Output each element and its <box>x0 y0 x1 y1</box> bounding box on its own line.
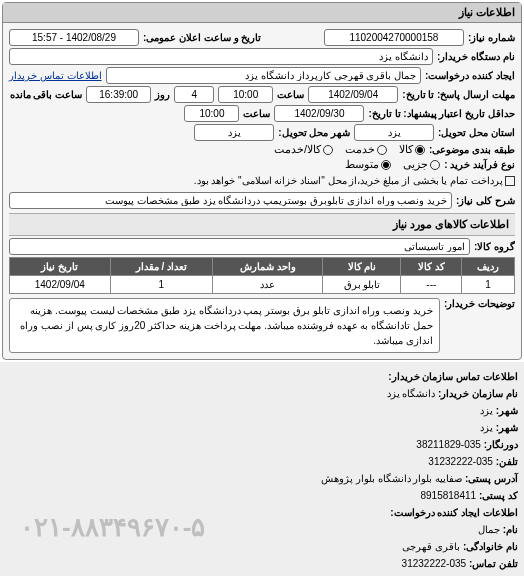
row-overview: شرح کلی نیاز: <box>9 192 515 209</box>
panel-title: اطلاعات نیاز <box>459 6 515 18</box>
announce-input[interactable] <box>9 29 139 46</box>
deadline-time-input[interactable] <box>218 86 273 103</box>
buyer-name-input[interactable] <box>9 48 433 65</box>
overview-label: شرح کلی نیاز: <box>456 195 515 206</box>
phone-value: 035-31232222 <box>428 456 493 467</box>
validity-label: حداقل تاریخ اعتبار پیشنهاد: تا تاریخ: <box>368 108 515 119</box>
th-date: تاریخ نیاز <box>10 258 111 276</box>
request-no-label: شماره نیاز: <box>468 32 515 43</box>
contact-title: اطلاعات تماس سازمان خریدار: <box>388 371 518 382</box>
table-row: 1 --- تابلو برق عدد 1 1402/09/04 <box>10 276 515 294</box>
radio-icon <box>323 145 333 155</box>
row-location: استان محل تحویل: شهر محل تحویل: <box>9 124 515 141</box>
creator-input[interactable] <box>106 67 422 84</box>
overview-input[interactable] <box>9 192 452 209</box>
th-name: نام کالا <box>323 258 401 276</box>
radio-icon <box>381 160 391 170</box>
postcode-value: 8915818411 <box>420 490 476 501</box>
c-city-label: شهر: <box>496 422 518 433</box>
cell-qty: 1 <box>110 276 213 294</box>
radio-service-label: خدمت <box>345 143 375 156</box>
row-request-no: شماره نیاز: تاریخ و ساعت اعلان عمومی: <box>9 29 515 46</box>
radio-both-label: کالا/خدمت <box>274 143 321 156</box>
deadline-label: مهلت ارسال پاسخ: تا تاریخ: <box>402 89 515 100</box>
validity-date-input[interactable] <box>274 105 364 122</box>
radio-icon <box>430 160 440 170</box>
fax-value: 035-38211829 <box>416 439 481 450</box>
announce-label: تاریخ و ساعت اعلان عمومی: <box>143 32 261 43</box>
c-province-value: یزد <box>480 405 493 416</box>
phone-label: تلفن: <box>496 456 518 467</box>
radio-mid[interactable]: متوسط <box>345 158 391 171</box>
row-buyer-note: توضیحات خریدار: خرید ونصب وراه اندازی تا… <box>9 298 515 353</box>
contact-phone-value: 035-31232222 <box>402 558 467 569</box>
row-creator: ایجاد کننده درخواست: اطلاعات تماس خریدار <box>9 67 515 84</box>
th-qty: تعداد / مقدار <box>110 258 213 276</box>
first-label: نام: <box>503 524 518 535</box>
province-input[interactable] <box>354 124 434 141</box>
radio-goods[interactable]: کالا <box>399 143 425 156</box>
deadline-date-input[interactable] <box>308 86 398 103</box>
c-city-value: یزد <box>480 422 493 433</box>
row-deadline: مهلت ارسال پاسخ: تا تاریخ: ساعت روز ساعت… <box>9 86 515 103</box>
process-label: نوع فرآیند خرید : <box>444 159 515 170</box>
time-label-2: ساعت <box>243 108 270 119</box>
goods-group-input[interactable] <box>9 238 470 255</box>
radio-small[interactable]: جزیی <box>403 158 440 171</box>
th-code: کد کالا <box>401 258 462 276</box>
time-label-1: ساعت <box>277 89 304 100</box>
checkbox-payment[interactable]: پرداخت تمام یا بخشی از مبلغ خرید،از محل … <box>194 175 515 186</box>
validity-time-input[interactable] <box>184 105 239 122</box>
radio-icon <box>377 145 387 155</box>
goods-label: طبقه بندی موضوعی: <box>429 144 515 155</box>
row-category: طبقه بندی موضوعی: کالا خدمت کالا/خدمت <box>9 143 515 156</box>
org-value: دانشگاه یزد <box>387 388 436 399</box>
buyer-note-box: خرید ونصب وراه اندازی تابلو برق بوستر پم… <box>9 298 440 353</box>
postcode-label: کد پستی: <box>479 490 518 501</box>
fax-label: دورنگار: <box>484 439 518 450</box>
payment-note: پرداخت تمام یا بخشی از مبلغ خرید،از محل … <box>194 175 503 186</box>
radio-both[interactable]: کالا/خدمت <box>274 143 333 156</box>
province-label: استان محل تحویل: <box>438 127 515 138</box>
radio-icon <box>415 145 425 155</box>
creator-info-label: اطلاعات ایجاد کننده درخواست: <box>390 507 518 518</box>
last-value: باقری قهرجی <box>402 541 460 552</box>
row-process: نوع فرآیند خرید : جزیی متوسط پرداخت تمام… <box>9 158 515 186</box>
remaining-days-input[interactable] <box>174 86 214 103</box>
cell-name: تابلو برق <box>323 276 401 294</box>
request-no-input[interactable] <box>324 29 464 46</box>
goods-table: ردیف کد کالا نام کالا واحد شمارش تعداد /… <box>9 257 515 294</box>
radio-small-label: جزیی <box>403 158 428 171</box>
c-province-label: شهر: <box>496 405 518 416</box>
buyer-note-label: توضیحات خریدار: <box>444 298 515 309</box>
city-label: شهر محل تحویل: <box>278 127 350 138</box>
org-label: نام سازمان خریدار: <box>438 388 518 399</box>
address-label: آدرس پستی: <box>465 473 518 484</box>
radio-goods-label: کالا <box>399 143 413 156</box>
buyer-contact-link[interactable]: اطلاعات تماس خریدار <box>9 70 102 81</box>
th-unit: واحد شمارش <box>213 258 323 276</box>
last-label: نام خانوادگی: <box>463 541 518 552</box>
cell-date: 1402/09/04 <box>10 276 111 294</box>
contact-phone-label: تلفن تماس: <box>469 558 518 569</box>
panel-body: شماره نیاز: تاریخ و ساعت اعلان عمومی: نا… <box>3 23 521 359</box>
cell-unit: عدد <box>213 276 323 294</box>
th-index: ردیف <box>462 258 515 276</box>
first-value: جمال <box>478 524 500 535</box>
radio-service[interactable]: خدمت <box>345 143 387 156</box>
goods-group-label: گروه کالا: <box>474 241 515 252</box>
creator-label: ایجاد کننده درخواست: <box>425 70 515 81</box>
contact-block: اطلاعات تماس سازمان خریدار: نام سازمان خ… <box>0 362 524 576</box>
day-label: روز <box>155 89 170 100</box>
row-goods-group: گروه کالا: <box>9 238 515 255</box>
cell-index: 1 <box>462 276 515 294</box>
buyer-name-label: نام دستگاه خریدار: <box>437 51 515 62</box>
checkbox-icon <box>505 176 515 186</box>
remaining-time-input[interactable] <box>86 86 151 103</box>
remaining-label: ساعت باقی مانده <box>10 89 83 100</box>
radio-mid-label: متوسط <box>345 158 379 171</box>
city-input[interactable] <box>194 124 274 141</box>
table-header-row: ردیف کد کالا نام کالا واحد شمارش تعداد /… <box>10 258 515 276</box>
goods-section-title: اطلاعات کالاهای مورد نیاز <box>9 213 515 236</box>
panel-header: اطلاعات نیاز <box>3 3 521 23</box>
